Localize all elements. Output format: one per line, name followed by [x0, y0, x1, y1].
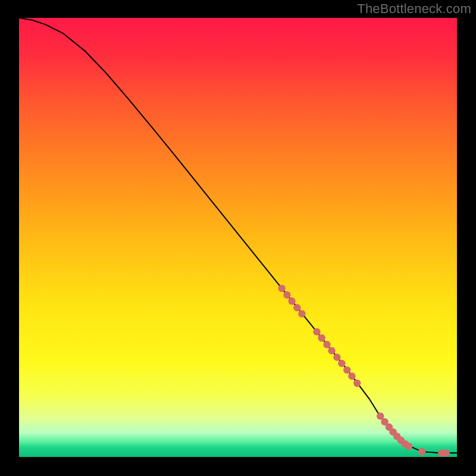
gradient-background — [19, 18, 457, 457]
plot-area — [19, 18, 457, 457]
highlight-point — [288, 298, 295, 305]
plot-svg — [19, 18, 457, 457]
highlight-point — [328, 347, 335, 354]
highlight-point — [318, 334, 325, 342]
highlight-point — [353, 380, 361, 387]
chart-frame: TheBottleneck.com — [0, 0, 476, 476]
highlight-point — [298, 310, 305, 317]
watermark-text: TheBottleneck.com — [357, 1, 471, 17]
highlight-point — [293, 304, 300, 311]
highlight-point — [418, 448, 425, 455]
highlight-point — [333, 353, 340, 361]
highlight-point — [338, 360, 345, 367]
highlight-point — [313, 328, 320, 335]
highlight-point — [283, 291, 290, 298]
highlight-point — [323, 341, 330, 348]
highlight-point — [278, 284, 285, 292]
highlight-point — [405, 443, 412, 450]
highlight-point — [348, 372, 355, 380]
highlight-point — [343, 367, 350, 374]
highlight-point — [442, 449, 449, 456]
